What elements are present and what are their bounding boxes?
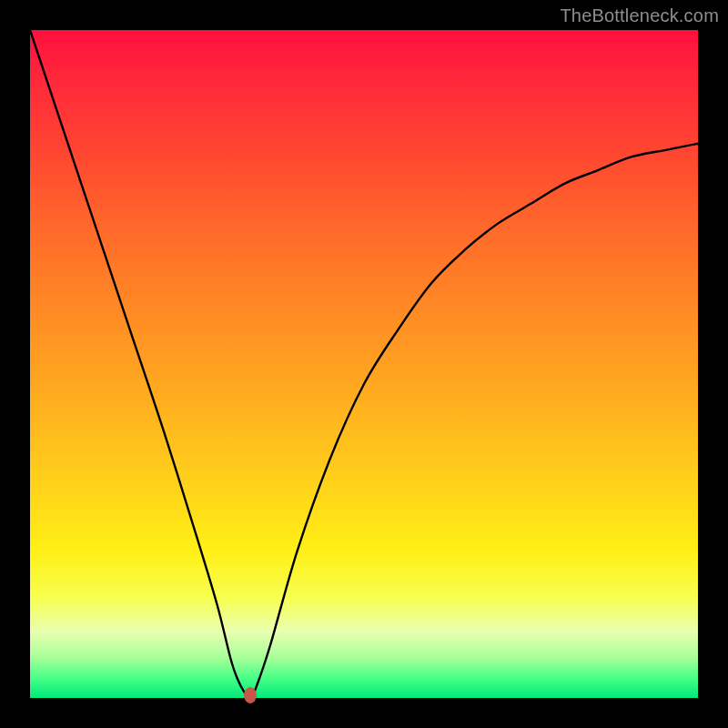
plot-area	[30, 30, 698, 698]
optimal-point-marker	[244, 687, 257, 703]
bottleneck-curve	[30, 30, 698, 698]
chart-frame: TheBottleneck.com	[0, 0, 728, 728]
watermark-text: TheBottleneck.com	[560, 5, 719, 26]
